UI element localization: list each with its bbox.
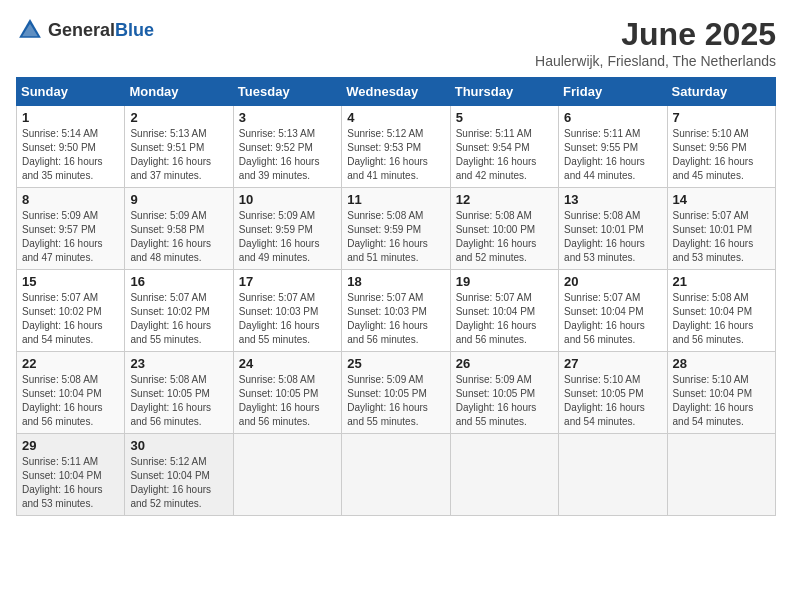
calendar-day-10: 10Sunrise: 5:09 AM Sunset: 9:59 PM Dayli… xyxy=(233,188,341,270)
calendar-week-1: 1Sunrise: 5:14 AM Sunset: 9:50 PM Daylig… xyxy=(17,106,776,188)
calendar-day-18: 18Sunrise: 5:07 AM Sunset: 10:03 PM Dayl… xyxy=(342,270,450,352)
calendar-week-2: 8Sunrise: 5:09 AM Sunset: 9:57 PM Daylig… xyxy=(17,188,776,270)
calendar-day-empty xyxy=(233,434,341,516)
calendar-day-6: 6Sunrise: 5:11 AM Sunset: 9:55 PM Daylig… xyxy=(559,106,667,188)
header-saturday: Saturday xyxy=(667,78,775,106)
header-tuesday: Tuesday xyxy=(233,78,341,106)
calendar-day-23: 23Sunrise: 5:08 AM Sunset: 10:05 PM Dayl… xyxy=(125,352,233,434)
calendar-day-21: 21Sunrise: 5:08 AM Sunset: 10:04 PM Dayl… xyxy=(667,270,775,352)
calendar-day-9: 9Sunrise: 5:09 AM Sunset: 9:58 PM Daylig… xyxy=(125,188,233,270)
calendar-day-13: 13Sunrise: 5:08 AM Sunset: 10:01 PM Dayl… xyxy=(559,188,667,270)
calendar-day-empty xyxy=(450,434,558,516)
calendar-day-3: 3Sunrise: 5:13 AM Sunset: 9:52 PM Daylig… xyxy=(233,106,341,188)
calendar-day-8: 8Sunrise: 5:09 AM Sunset: 9:57 PM Daylig… xyxy=(17,188,125,270)
calendar-day-25: 25Sunrise: 5:09 AM Sunset: 10:05 PM Dayl… xyxy=(342,352,450,434)
logo: GeneralBlue xyxy=(16,16,154,44)
calendar-day-24: 24Sunrise: 5:08 AM Sunset: 10:05 PM Dayl… xyxy=(233,352,341,434)
calendar-day-11: 11Sunrise: 5:08 AM Sunset: 9:59 PM Dayli… xyxy=(342,188,450,270)
calendar-day-7: 7Sunrise: 5:10 AM Sunset: 9:56 PM Daylig… xyxy=(667,106,775,188)
logo-general: General xyxy=(48,20,115,40)
calendar-day-14: 14Sunrise: 5:07 AM Sunset: 10:01 PM Dayl… xyxy=(667,188,775,270)
calendar-day-19: 19Sunrise: 5:07 AM Sunset: 10:04 PM Dayl… xyxy=(450,270,558,352)
calendar-day-27: 27Sunrise: 5:10 AM Sunset: 10:05 PM Dayl… xyxy=(559,352,667,434)
calendar-day-28: 28Sunrise: 5:10 AM Sunset: 10:04 PM Dayl… xyxy=(667,352,775,434)
calendar-week-4: 22Sunrise: 5:08 AM Sunset: 10:04 PM Dayl… xyxy=(17,352,776,434)
calendar-day-empty xyxy=(559,434,667,516)
calendar-week-5: 29Sunrise: 5:11 AM Sunset: 10:04 PM Dayl… xyxy=(17,434,776,516)
calendar-day-1: 1Sunrise: 5:14 AM Sunset: 9:50 PM Daylig… xyxy=(17,106,125,188)
calendar-day-empty xyxy=(667,434,775,516)
location: Haulerwijk, Friesland, The Netherlands xyxy=(535,53,776,69)
calendar-day-empty xyxy=(342,434,450,516)
logo-blue: Blue xyxy=(115,20,154,40)
logo-text: GeneralBlue xyxy=(48,20,154,41)
calendar-table: SundayMondayTuesdayWednesdayThursdayFrid… xyxy=(16,77,776,516)
calendar-day-29: 29Sunrise: 5:11 AM Sunset: 10:04 PM Dayl… xyxy=(17,434,125,516)
month-title: June 2025 xyxy=(535,16,776,53)
header-wednesday: Wednesday xyxy=(342,78,450,106)
title-area: June 2025 Haulerwijk, Friesland, The Net… xyxy=(535,16,776,69)
calendar-day-17: 17Sunrise: 5:07 AM Sunset: 10:03 PM Dayl… xyxy=(233,270,341,352)
header-sunday: Sunday xyxy=(17,78,125,106)
page-header: GeneralBlue June 2025 Haulerwijk, Friesl… xyxy=(16,16,776,69)
calendar-day-2: 2Sunrise: 5:13 AM Sunset: 9:51 PM Daylig… xyxy=(125,106,233,188)
header-monday: Monday xyxy=(125,78,233,106)
calendar-day-16: 16Sunrise: 5:07 AM Sunset: 10:02 PM Dayl… xyxy=(125,270,233,352)
calendar-day-22: 22Sunrise: 5:08 AM Sunset: 10:04 PM Dayl… xyxy=(17,352,125,434)
calendar-day-12: 12Sunrise: 5:08 AM Sunset: 10:00 PM Dayl… xyxy=(450,188,558,270)
calendar-day-5: 5Sunrise: 5:11 AM Sunset: 9:54 PM Daylig… xyxy=(450,106,558,188)
calendar-day-30: 30Sunrise: 5:12 AM Sunset: 10:04 PM Dayl… xyxy=(125,434,233,516)
calendar-header-row: SundayMondayTuesdayWednesdayThursdayFrid… xyxy=(17,78,776,106)
calendar-day-15: 15Sunrise: 5:07 AM Sunset: 10:02 PM Dayl… xyxy=(17,270,125,352)
calendar-day-20: 20Sunrise: 5:07 AM Sunset: 10:04 PM Dayl… xyxy=(559,270,667,352)
header-friday: Friday xyxy=(559,78,667,106)
generalblue-logo-icon xyxy=(16,16,44,44)
calendar-day-26: 26Sunrise: 5:09 AM Sunset: 10:05 PM Dayl… xyxy=(450,352,558,434)
calendar-day-4: 4Sunrise: 5:12 AM Sunset: 9:53 PM Daylig… xyxy=(342,106,450,188)
calendar-week-3: 15Sunrise: 5:07 AM Sunset: 10:02 PM Dayl… xyxy=(17,270,776,352)
header-thursday: Thursday xyxy=(450,78,558,106)
